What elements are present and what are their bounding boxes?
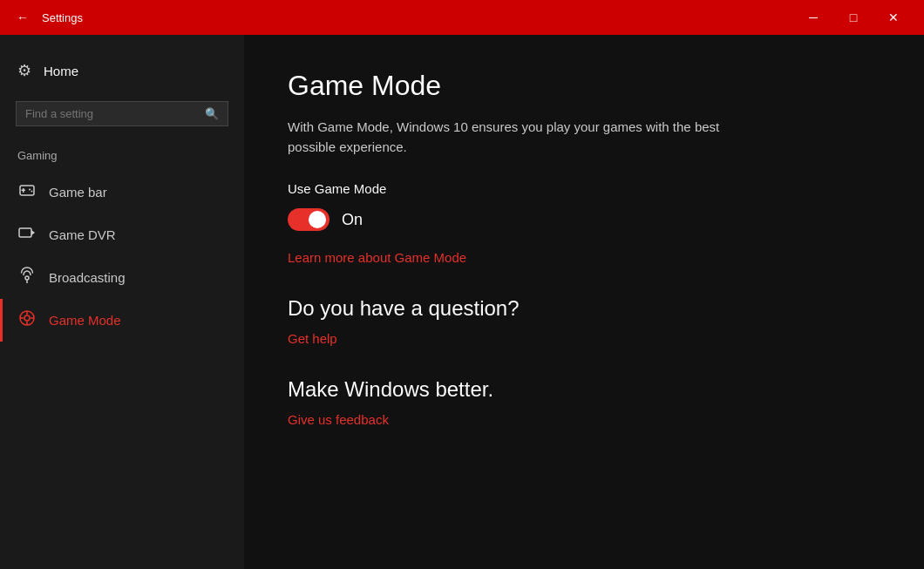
game-mode-toggle[interactable] xyxy=(288,208,330,231)
home-label: Home xyxy=(44,64,78,78)
sidebar-section-label: Gaming xyxy=(0,146,244,171)
back-icon: ← xyxy=(17,10,29,24)
svg-rect-5 xyxy=(19,228,31,237)
make-better-heading: Make Windows better. xyxy=(288,377,880,402)
svg-marker-6 xyxy=(31,230,35,235)
sidebar: ⚙ Home 🔍 Gaming Game bar xyxy=(0,35,244,569)
feedback-link[interactable]: Give us feedback xyxy=(288,412,389,427)
search-input[interactable] xyxy=(25,107,205,120)
game-mode-icon xyxy=(17,309,37,331)
sidebar-item-game-dvr-label: Game DVR xyxy=(49,227,116,242)
maximize-button[interactable]: □ xyxy=(833,0,873,35)
game-bar-icon xyxy=(17,181,37,203)
learn-more-link[interactable]: Learn more about Game Mode xyxy=(288,250,466,265)
close-button[interactable]: ✕ xyxy=(873,0,914,35)
window-title: Settings xyxy=(42,11,793,24)
toggle-row: On xyxy=(288,208,880,231)
sidebar-item-game-mode[interactable]: Game Mode xyxy=(0,299,244,342)
sidebar-item-game-mode-label: Game Mode xyxy=(49,313,121,328)
maximize-icon: □ xyxy=(850,10,857,24)
broadcasting-icon xyxy=(17,267,37,288)
sidebar-item-game-bar[interactable]: Game bar xyxy=(0,171,244,213)
window-controls: ─ □ ✕ xyxy=(793,0,914,35)
page-description: With Game Mode, Windows 10 ensures you p… xyxy=(288,118,741,157)
toggle-knob xyxy=(309,211,326,228)
home-icon: ⚙ xyxy=(17,61,31,80)
sidebar-item-game-dvr[interactable]: Game DVR xyxy=(0,213,244,256)
page-title: Game Mode xyxy=(288,70,880,102)
minimize-button[interactable]: ─ xyxy=(793,0,833,35)
use-game-mode-label: Use Game Mode xyxy=(288,181,880,196)
main-content: Game Mode With Game Mode, Windows 10 ens… xyxy=(244,35,924,569)
sidebar-item-broadcasting-label: Broadcasting xyxy=(49,270,126,285)
sidebar-item-home[interactable]: ⚙ Home xyxy=(0,52,244,89)
svg-point-7 xyxy=(25,276,29,280)
svg-point-3 xyxy=(29,189,31,191)
back-button[interactable]: ← xyxy=(10,5,35,30)
svg-rect-2 xyxy=(22,190,26,192)
sidebar-item-broadcasting[interactable]: Broadcasting xyxy=(0,256,244,299)
svg-point-10 xyxy=(24,315,30,321)
svg-point-4 xyxy=(31,191,33,193)
close-icon: ✕ xyxy=(888,10,899,24)
minimize-icon: ─ xyxy=(809,10,818,24)
sidebar-item-game-bar-label: Game bar xyxy=(49,185,107,200)
game-dvr-icon xyxy=(17,224,37,246)
toggle-state-label: On xyxy=(342,211,363,229)
app-body: ⚙ Home 🔍 Gaming Game bar xyxy=(0,35,924,569)
get-help-link[interactable]: Get help xyxy=(288,331,337,346)
title-bar: ← Settings ─ □ ✕ xyxy=(0,0,924,35)
question-heading: Do you have a question? xyxy=(288,296,880,321)
search-icon: 🔍 xyxy=(205,107,219,120)
search-box[interactable]: 🔍 xyxy=(16,101,228,126)
